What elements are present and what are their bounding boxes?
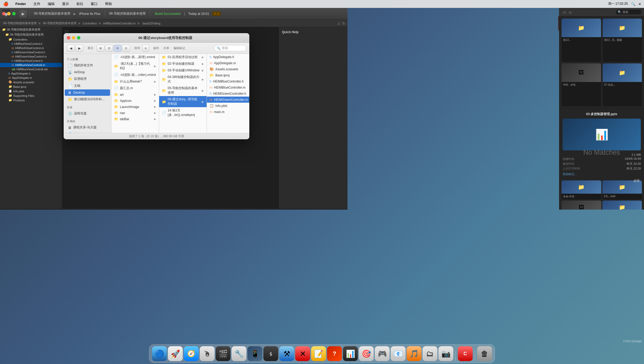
col1-item-5[interactable]: 📄 题汇总.m (111, 85, 159, 92)
col3-item-6[interactable]: m HEIMBlueController.m (207, 84, 249, 90)
thumbnail-4[interactable]: 📁 07-优化... (603, 63, 642, 107)
dock-tools[interactable]: 🔧 (232, 346, 246, 361)
menu-view[interactable]: 显示 (60, 1, 71, 7)
col2-item-7[interactable]: 📄 14-第2天(多...ler)).xcodeproj (159, 107, 207, 118)
dock-app5[interactable]: 📧 (391, 346, 406, 361)
dock-trash[interactable]: 🗑 (477, 346, 492, 361)
nav-products[interactable]: 📁 Products (0, 98, 62, 102)
dock-safari[interactable]: 🧭 (184, 346, 199, 361)
breadcrumb-4[interactable]: HMBlueViewController.m (102, 21, 137, 25)
finder-maximize[interactable] (77, 36, 80, 40)
col3-item-2[interactable]: m AppDelegate.m (207, 60, 249, 66)
col2-item-6[interactable]: 📁 06-通过story...用导航控制器 ▶ (159, 96, 207, 107)
col1-item-6[interactable]: 📁 art ▶ (111, 92, 159, 98)
breadcrumb-5[interactable]: -back2Zhiding: (141, 21, 162, 25)
dock-launchpad[interactable]: 🚀 (168, 346, 183, 361)
col1-item-10[interactable]: 📁 tabBar ▶ (111, 116, 159, 122)
finder-minimize[interactable] (72, 36, 75, 40)
finder-sort-btn[interactable]: ≡ (142, 45, 149, 52)
dock-notes[interactable]: 📝 (311, 346, 326, 361)
sidebar-all-files[interactable]: 🕐 我的所有文件 (65, 62, 110, 69)
dock-xmind[interactable]: ✕ (295, 346, 310, 361)
col3-item-3[interactable]: 🎨 Assets.xcassets (207, 66, 249, 72)
nav-hmblue-xib[interactable]: xib HMBlueViewControll.xib (0, 67, 62, 71)
col3-item-9[interactable]: 📋 Info.plist (207, 103, 249, 109)
col2-item-2[interactable]: 📁 02-手动创建控制器 ▶ (159, 60, 207, 67)
col2-item-1[interactable]: 📁 01-应用程序启动过程 ▶ (159, 54, 207, 60)
nav-hmred-h[interactable]: h HMRedViewControl.h (0, 42, 62, 46)
sidebar-remote-disk[interactable]: 💿 远程光盘 (65, 110, 110, 117)
sidebar-applications[interactable]: 📁 应用程序 (65, 76, 110, 82)
col1-item-4[interactable]: 📁 什么么用weak? ▶ (111, 78, 159, 85)
bottom-thumb-2[interactable]: 📁 ZJL...etail (602, 180, 642, 200)
dock-terminal[interactable]: $ (263, 346, 278, 361)
dock-mobile[interactable]: 📱 (247, 346, 262, 361)
bottom-thumb-1[interactable]: 📁 未命-件夹 (562, 180, 601, 200)
finder-back[interactable]: ◀ (67, 45, 75, 52)
nav-hmgreen-m[interactable]: m HMGreenViewControl.m (0, 54, 62, 59)
finder-view-cover[interactable]: ⊡ (122, 45, 130, 52)
dock-app3[interactable]: 🎯 (359, 346, 374, 361)
refresh-btn[interactable]: ↻ (342, 21, 345, 25)
sidebar-airdrop[interactable]: 📡 AirDrop (65, 69, 110, 75)
close-button[interactable] (2, 12, 6, 15)
col1-item-8[interactable]: 📁 LaunchImage ▶ (111, 104, 159, 110)
dock-finder[interactable]: 🔵 (152, 346, 167, 361)
breadcrumb-2[interactable]: 06-导航控制器的基本使用 (42, 21, 77, 26)
col1-item-2[interactable]: 📁 -第2天(多...)【预习代码】 ▶ (111, 60, 159, 72)
sidebar-documents[interactable]: 📄 文稿 (65, 83, 110, 89)
device-label[interactable]: iPhone 6s Plus (77, 12, 102, 16)
col2-item-3[interactable]: 📁 03-手动创建UIWindow ▶ (159, 67, 207, 74)
app-name[interactable]: Finder (14, 1, 28, 6)
finder-close[interactable] (67, 36, 70, 40)
nav-info[interactable]: 📋 Info.plist (0, 89, 62, 93)
apple-menu[interactable]: 🍎 (3, 1, 8, 6)
nav-supporting[interactable]: 📁 Supporting Files (0, 93, 62, 98)
nav-hmblue-h[interactable]: h HMBlueViewControl.h (0, 59, 62, 63)
finder-view-list[interactable]: ☰ (105, 45, 113, 52)
finder-search-field[interactable]: 🔍 搜索 (214, 45, 246, 51)
menu-list[interactable]: ≡ (639, 2, 641, 6)
bottom-thumb-4[interactable]: 📁 ios1...试题 (602, 201, 642, 210)
col2-item-4[interactable]: 📁 04-3种创建控制器的方式 ▶ (159, 74, 207, 85)
col3-item-4[interactable]: 📁 Base.lproj (207, 72, 249, 78)
breadcrumb-1[interactable]: 06-导航控制器的基本使用 (2, 21, 38, 26)
menu-search[interactable]: 🔍 (631, 2, 636, 6)
finder-forward[interactable]: ▶ (75, 45, 83, 52)
dock-mouse[interactable]: 🖱 (200, 346, 215, 361)
maximize-button[interactable] (12, 12, 16, 15)
sidebar-blackhorse[interactable]: 📁 第13期黑马iOS学科... (65, 96, 110, 103)
minimize-button[interactable] (7, 12, 11, 15)
finder-view-grid[interactable]: ⊞ (97, 45, 105, 52)
col1-item-9[interactable]: 📁 nav ▶ (111, 110, 159, 116)
dock-app8[interactable]: 📷 (438, 346, 453, 361)
col1-item-1[interactable]: 📄 -UI进阶-第....原理).xmind (111, 54, 159, 60)
menu-go[interactable]: 前往 (75, 1, 85, 7)
nav-project-sub[interactable]: 📁 06-导航控制器的基本使用 (0, 32, 62, 37)
dock-app4[interactable]: 🎮 (375, 346, 390, 361)
run-button[interactable]: ▶ (19, 10, 27, 18)
warning-nav[interactable]: ⚠ (337, 21, 341, 25)
nav-hmblue-m[interactable]: m HMBlueViewControll.m (0, 63, 62, 67)
nav-project-root[interactable]: 📁 06-导航控制器的基本使用 (0, 27, 62, 32)
dock-csdn[interactable]: C (458, 346, 473, 361)
sidebar-desktop[interactable]: 🖥 Desktop (65, 89, 110, 96)
dock-app7[interactable]: 🗂 (423, 346, 437, 361)
nav-controllers[interactable]: 📁 Controllers (0, 37, 62, 42)
nav-appdelegate-m[interactable]: m AppDelegate.m (0, 76, 62, 80)
col3-item-1[interactable]: h AppDelegate.h (207, 54, 249, 60)
sidebar-course-share[interactable]: 🖥 课程共享-马方题 (65, 124, 110, 131)
dock-app2[interactable]: 📊 (343, 346, 358, 361)
col1-item-3[interactable]: 📄 -UI进阶-第....roller).xmind (111, 72, 159, 78)
breadcrumb-3[interactable]: Controllers (82, 21, 98, 25)
bottom-thumb-3[interactable]: 🖼 snip....png (562, 201, 601, 210)
sidebar-all-shared[interactable]: 🌐 所有... (65, 131, 110, 133)
thumbnail-3[interactable]: 🖼 snip....png (562, 63, 601, 107)
col3-item-5[interactable]: h HEIMBlueController.h (207, 78, 249, 84)
warning-chip[interactable]: ⚠ 1 (212, 11, 220, 16)
menu-file[interactable]: 文件 (32, 1, 42, 7)
menu-edit[interactable]: 编辑 (46, 1, 56, 7)
nav-hmred-m[interactable]: m HMRedViewControl.m (0, 46, 62, 50)
add-tag-link[interactable]: 添加标记... (563, 172, 641, 176)
dock-pockity[interactable]: ? (327, 346, 342, 361)
